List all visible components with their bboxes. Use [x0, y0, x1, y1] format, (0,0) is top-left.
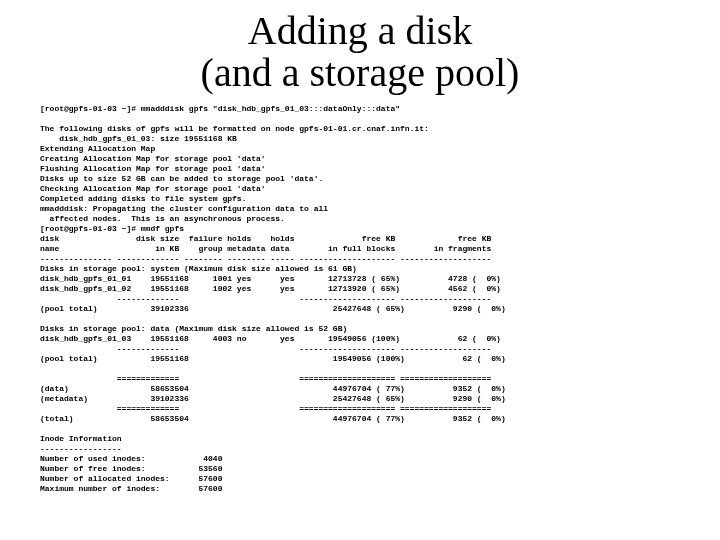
pool-total-row: (pool total) 39102336 25427648 ( 65%) 92… — [40, 304, 506, 313]
out-line: Completed adding disks to file system gp… — [40, 194, 246, 203]
table-row: disk_hdb_gpfs_01_01 19551168 1001 yes ye… — [40, 274, 501, 283]
summary-row: (metadata) 39102336 25427648 ( 65%) 9290… — [40, 394, 506, 403]
title-line-1: Adding a disk — [248, 8, 472, 53]
cmd-mmadddisk: [root@gpfs-01-03 ~]# mmadddisk gpfs "dis… — [40, 104, 400, 113]
table-rule: --------------- ------------- -------- -… — [40, 254, 491, 263]
table-header: name in KB group metadata data in full b… — [40, 244, 491, 253]
title-line-2: (and a storage pool) — [201, 50, 520, 95]
slide-title: Adding a disk (and a storage pool) — [40, 10, 680, 94]
inode-row: Maximum number of inodes: 57600 — [40, 484, 222, 493]
cmd-mmdf: [root@gpfs-01-03 ~]# mmdf gpfs — [40, 224, 184, 233]
inode-row: Number of used inodes: 4040 — [40, 454, 222, 463]
inode-row: Number of free inodes: 53560 — [40, 464, 222, 473]
out-line: Flushing Allocation Map for storage pool… — [40, 164, 266, 173]
out-line: disk_hdb_gpfs_01_03: size 19551168 KB — [40, 134, 237, 143]
inode-header: Inode Information — [40, 434, 122, 443]
table-header: disk disk size failure holds holds free … — [40, 234, 491, 243]
total-row: (total) 58653504 44976704 ( 77%) 9352 ( … — [40, 414, 506, 423]
table-rule: ============= ==================== =====… — [40, 374, 491, 383]
summary-row: (data) 58653504 44976704 ( 77%) 9352 ( 0… — [40, 384, 506, 393]
table-row: disk_hdb_gpfs_01_02 19551168 1002 yes ye… — [40, 284, 501, 293]
pool-total-row: (pool total) 19551168 19549056 (100%) 62… — [40, 354, 506, 363]
terminal-output: [root@gpfs-01-03 ~]# mmadddisk gpfs "dis… — [40, 104, 680, 494]
out-line: Creating Allocation Map for storage pool… — [40, 154, 266, 163]
table-row: disk_hdb_gpfs_01_03 19551168 4003 no yes… — [40, 334, 501, 343]
out-line: affected nodes. This is an asynchronous … — [40, 214, 285, 223]
out-line: Checking Allocation Map for storage pool… — [40, 184, 266, 193]
pool-system-header: Disks in storage pool: system (Maximum d… — [40, 264, 357, 273]
out-line: mmadddisk: Propagating the cluster confi… — [40, 204, 328, 213]
table-rule: ------------- -------------------- -----… — [40, 294, 491, 303]
out-line: The following disks of gpfs will be form… — [40, 124, 429, 133]
table-rule: ------------- -------------------- -----… — [40, 344, 491, 353]
inode-row: Number of allocated inodes: 57600 — [40, 474, 222, 483]
out-line: Disks up to size 52 GB can be added to s… — [40, 174, 323, 183]
out-line: Extending Allocation Map — [40, 144, 155, 153]
table-rule: ============= ==================== =====… — [40, 404, 491, 413]
inode-rule: ----------------- — [40, 444, 122, 453]
slide: Adding a disk (and a storage pool) [root… — [0, 0, 720, 540]
pool-data-header: Disks in storage pool: data (Maximum dis… — [40, 324, 347, 333]
